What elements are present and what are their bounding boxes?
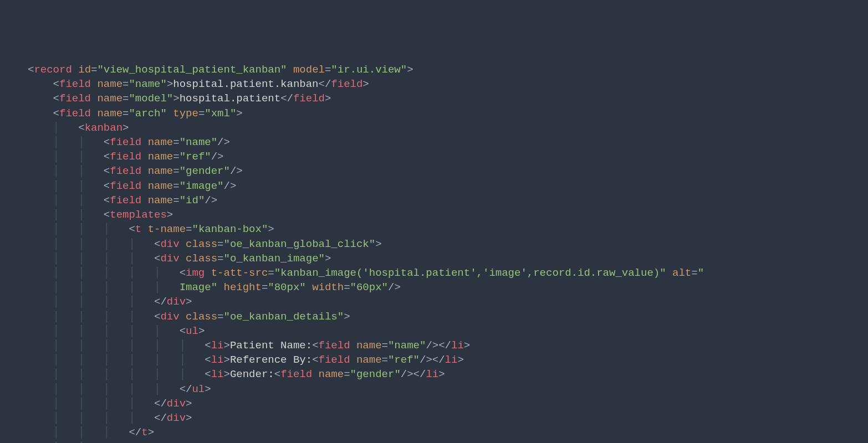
code-token	[666, 267, 672, 279]
code-token: Image"	[180, 281, 217, 293]
code-token: "xml"	[205, 107, 236, 120]
code-token: field	[331, 78, 362, 90]
code-line[interactable]: <field name="arch" type="xml">	[28, 106, 868, 121]
code-token	[28, 223, 53, 235]
code-token	[28, 151, 53, 163]
code-token: │ │	[53, 441, 104, 443]
code-line[interactable]: │ │ <field name="ref"/>	[28, 150, 868, 164]
code-token: />	[230, 165, 243, 177]
code-token: </	[319, 78, 331, 90]
code-token: <	[312, 354, 318, 366]
code-token: name	[148, 136, 173, 148]
code-token: <	[154, 253, 160, 265]
code-token: │ │	[53, 209, 104, 221]
code-token: name	[319, 368, 344, 380]
code-token	[28, 267, 53, 279]
code-token: /></	[420, 354, 445, 366]
code-line[interactable]: │ │ │ │ │ │ <li>Gender:<field name="gend…	[28, 367, 868, 382]
code-token: <	[104, 151, 110, 163]
code-token: <	[104, 165, 110, 177]
code-token	[28, 412, 53, 424]
code-token: │ │ │ │ │	[53, 325, 180, 337]
code-token: templates	[116, 441, 173, 443]
code-line[interactable]: │ │ │ │ <div class="o_kanban_image">	[28, 251, 868, 266]
code-token: >	[407, 64, 413, 76]
code-line[interactable]: │ │ │ │ │ </ul>	[28, 382, 868, 396]
code-token: │ │ │ │	[53, 296, 154, 308]
code-token	[28, 238, 53, 250]
code-token: Gender:	[230, 368, 274, 380]
code-line[interactable]: │ │ │ │ │ <img t-att-src="kanban_image('…	[28, 266, 868, 280]
code-token: │ │ │	[53, 223, 129, 235]
code-token: =	[173, 165, 179, 177]
code-token	[312, 368, 318, 380]
code-token: >	[167, 78, 173, 90]
code-token: │ │	[53, 194, 104, 207]
code-token	[28, 281, 53, 293]
code-line[interactable]: │ │ │ │ <div class="oe_kanban_global_cli…	[28, 237, 868, 251]
code-token	[205, 267, 211, 279]
code-line[interactable]: │ │ │ </t>	[28, 425, 868, 440]
code-token: │ │ │ │	[53, 253, 154, 265]
code-token: li	[426, 368, 438, 380]
code-token: "view_hospital_patient_kanban"	[97, 64, 287, 76]
code-line[interactable]: │ │ <field name="gender"/>	[28, 164, 868, 178]
code-line[interactable]: │ <kanban>	[28, 121, 868, 135]
code-token: <	[205, 368, 211, 380]
code-token: │ │ │ │ │	[53, 281, 180, 293]
code-line[interactable]: │ │ │ │ │ │ <li>Patient Name:<field name…	[28, 338, 868, 353]
code-line[interactable]: <record id="view_hospital_patient_kanban…	[28, 63, 868, 77]
code-token: │ │ │ │ │ │	[53, 339, 205, 352]
code-token: field	[59, 78, 91, 90]
code-token: =	[262, 281, 268, 293]
code-line[interactable]: │ │ │ │ </div>	[28, 295, 868, 309]
code-line[interactable]: │ │ │ │ │ Image" height="80px" width="60…	[28, 280, 868, 295]
code-token: height	[223, 281, 261, 293]
code-line[interactable]: │ │ <field name="name"/>	[28, 135, 868, 150]
code-line[interactable]: │ │ │ │ </div>	[28, 396, 868, 411]
code-line[interactable]: │ │ │ │ │ <ul>	[28, 324, 868, 338]
code-line[interactable]: │ │ │ │ │ │ <li>Reference By:<field name…	[28, 353, 868, 367]
code-token: │ │	[53, 151, 104, 163]
code-line[interactable]: │ │ │ │ </div>	[28, 411, 868, 425]
code-token: name	[148, 151, 173, 163]
code-token: │ │ │	[53, 426, 129, 439]
code-token	[141, 223, 147, 235]
code-token: name	[356, 354, 382, 366]
code-line[interactable]: │ │ │ <t t-name="kanban-box">	[28, 222, 868, 236]
code-token: │ │	[53, 136, 104, 148]
code-line[interactable]: <field name="model">hospital.patient</fi…	[28, 91, 868, 106]
code-token: t	[135, 223, 141, 235]
code-token: /></	[426, 339, 451, 352]
code-token: >	[362, 78, 369, 90]
code-token: >	[205, 383, 211, 395]
code-token: </	[154, 412, 167, 424]
code-line[interactable]: │ │ <field name="id"/>	[28, 193, 868, 208]
code-token	[91, 78, 97, 90]
code-token: >	[268, 223, 274, 235]
code-token: "80px"	[268, 281, 305, 293]
code-token: name	[148, 194, 173, 207]
code-token	[28, 136, 53, 148]
code-token: "arch"	[129, 107, 166, 120]
code-token: name	[148, 180, 173, 192]
code-editor[interactable]: <record id="view_hospital_patient_kanban…	[0, 58, 868, 443]
code-token: div	[167, 412, 186, 424]
code-token: field	[293, 92, 325, 105]
code-token: =	[91, 64, 97, 76]
code-token: templates	[110, 209, 167, 221]
code-token: =	[344, 368, 350, 380]
code-token: <	[129, 223, 135, 235]
code-token	[28, 194, 53, 207]
code-token: <	[154, 311, 160, 323]
code-line[interactable]: │ │ │ │ <div class="oe_kanban_details">	[28, 310, 868, 324]
code-token: />	[388, 281, 401, 293]
code-line[interactable]: │ │ <field name="image"/>	[28, 179, 868, 193]
code-token: hospital.patient	[180, 92, 280, 105]
code-token	[72, 64, 78, 76]
code-line[interactable]: <field name="name">hospital.patient.kanb…	[28, 77, 868, 91]
code-token: =	[186, 223, 192, 235]
code-line[interactable]: │ │ <templates>	[28, 208, 868, 222]
code-line[interactable]: │ │ </templates>	[28, 440, 868, 443]
code-token: =	[217, 253, 223, 265]
